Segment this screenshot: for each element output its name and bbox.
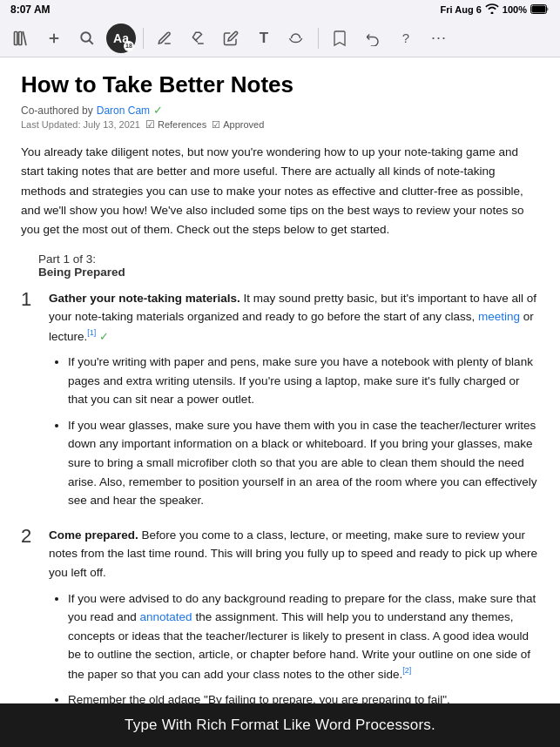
svg-line-7 [90, 40, 93, 44]
toolbar: Aa 18 T ? ··· [0, 19, 560, 57]
step-2-number: 2 [21, 524, 40, 703]
status-day: Fri Aug 6 [441, 4, 482, 15]
step-2-sup[interactable]: [2] [402, 666, 411, 675]
step-1-check: ✓ [99, 329, 109, 342]
coauthor-label: Co-authored by [21, 104, 93, 117]
text-T-icon[interactable]: T [250, 24, 278, 52]
search-icon[interactable] [73, 24, 101, 52]
article-meta2: Last Updated: July 13, 2021 ☑ References… [21, 118, 539, 131]
step-2-bullet-2: Remember the old adage "By failing to pr… [68, 690, 539, 703]
step-1-bullets: If you're writing with paper and pens, m… [68, 353, 539, 510]
more-icon[interactable]: ··· [425, 24, 453, 52]
pen-icon[interactable] [217, 24, 245, 52]
separator2 [318, 28, 319, 49]
status-right: Fri Aug 6 100% [441, 3, 550, 16]
link-icon[interactable] [283, 24, 311, 52]
svg-rect-1 [532, 5, 546, 12]
references-icon: ☑ [145, 118, 155, 131]
status-left: 8:07 AM [10, 3, 51, 16]
svg-rect-3 [19, 31, 22, 44]
banner-text: Type With Rich Format Like Word Processo… [125, 717, 435, 734]
approved-label: Approved [223, 119, 264, 130]
part-name: Being Prepared [38, 266, 539, 279]
undo-icon[interactable] [359, 24, 387, 52]
approved-badge: ☑ Approved [212, 119, 264, 131]
article-meta: Co-authored by Daron Cam ✓ [21, 104, 539, 117]
article-content: How to Take Better Notes Co-authored by … [0, 57, 560, 703]
step-2-bullets: If you were advised to do any background… [68, 589, 539, 703]
battery-text: 100% [503, 4, 527, 15]
pencil-icon[interactable] [151, 24, 179, 52]
bottom-banner: Type With Rich Format Like Word Processo… [0, 703, 560, 747]
svg-point-6 [81, 32, 91, 42]
battery-icon [530, 4, 550, 16]
references-label: References [158, 119, 206, 130]
step-1-content: Gather your note-taking materials. It ma… [49, 289, 539, 517]
verified-icon: ✓ [153, 104, 163, 117]
add-icon[interactable] [40, 24, 68, 52]
separator [143, 28, 144, 49]
step-2-title: Come prepared. [49, 528, 138, 542]
step-2-bullet-1: If you were advised to do any background… [68, 589, 539, 683]
author-name[interactable]: Daron Cam [97, 104, 150, 117]
wifi-icon [485, 3, 499, 16]
font-size-button[interactable]: Aa 18 [106, 24, 136, 53]
last-updated: Last Updated: July 13, 2021 [21, 119, 140, 130]
bookmark-icon[interactable] [326, 24, 354, 52]
font-badge: 18 [124, 41, 134, 51]
part-header: Part 1 of 3: Being Prepared [38, 252, 539, 279]
library-icon[interactable] [7, 24, 35, 52]
article-intro: You already take diligent notes, but now… [21, 143, 539, 239]
step-1-bullet-1: If you're writing with paper and pens, m… [68, 353, 539, 409]
svg-rect-2 [15, 31, 17, 44]
step-2: 2 Come prepared. Before you come to a cl… [21, 526, 539, 703]
step-1-number: 1 [21, 287, 40, 517]
step-1-link[interactable]: meeting [478, 310, 520, 323]
status-bar: 8:07 AM Fri Aug 6 100% [0, 0, 560, 19]
approved-icon: ☑ [212, 119, 220, 131]
article-title: How to Take Better Notes [21, 71, 539, 98]
step-2-content: Come prepared. Before you come to a clas… [49, 526, 539, 703]
highlight-icon[interactable] [184, 24, 212, 52]
status-time: 8:07 AM [10, 3, 51, 16]
references-link[interactable]: ☑ References [145, 118, 206, 131]
annotated-link[interactable]: annotated [140, 610, 192, 623]
part-label: Part 1 of 3: [38, 252, 539, 266]
step-1-sup[interactable]: [1] [87, 328, 96, 337]
step-1-title: Gather your note-taking materials. [49, 292, 240, 305]
step-1-bullet-2: If you wear glasses, make sure you have … [68, 416, 539, 510]
help-icon[interactable]: ? [392, 24, 420, 52]
step-1: 1 Gather your note-taking materials. It … [21, 289, 539, 517]
